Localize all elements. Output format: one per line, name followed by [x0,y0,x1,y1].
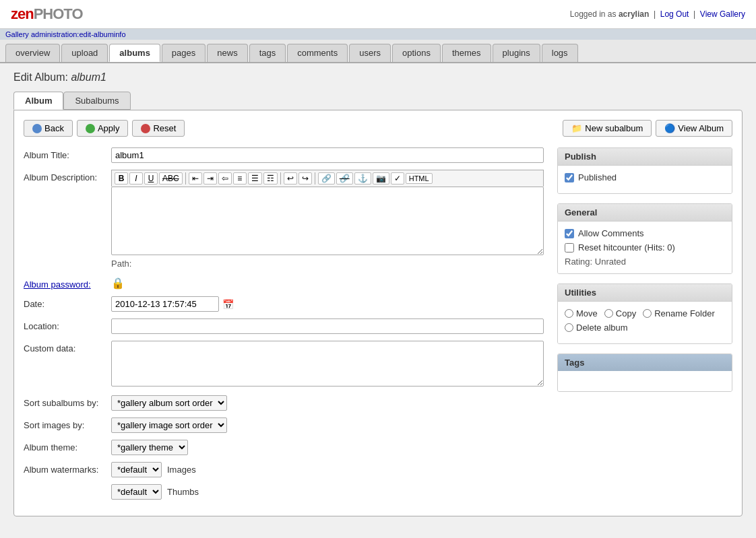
rename-radio[interactable] [643,309,652,318]
watermarks-images-select[interactable]: *default [111,462,162,477]
reset-icon [141,124,150,133]
delete-radio[interactable] [565,323,573,332]
publish-panel: Publish Published [557,147,732,194]
utilities-header: Utilities [558,284,732,302]
album-desc-textarea[interactable] [111,187,544,255]
breadcrumb-link[interactable]: Gallery administration:edit-albuminfo [5,30,126,38]
back-button[interactable]: Back [24,120,73,137]
rte-unlink[interactable]: 🔗 [336,172,353,184]
rte-spellcheck[interactable]: ✓ [391,172,404,184]
sub-tab-subalbums[interactable]: Subalbums [63,92,130,110]
form-right: Publish Published General Allow [557,147,732,506]
watermarks-thumbs-row: *default Thumbs [24,484,544,500]
album-title-control [111,147,544,163]
view-gallery-link[interactable]: View Gallery [700,9,745,19]
rte-underline[interactable]: U [144,172,158,184]
sort-subalbums-select[interactable]: *gallery album sort order [111,395,227,411]
rte-image[interactable]: 📷 [373,172,389,184]
watermarks-thumbs-select[interactable]: *default [111,484,162,500]
tab-users[interactable]: users [349,44,391,62]
calendar-icon[interactable]: 📅 [222,299,234,310]
rte-bold[interactable]: B [115,172,128,184]
album-title-input[interactable] [111,147,544,163]
tab-upload[interactable]: upload [61,44,108,62]
logo: zenPHOTO [11,5,83,23]
reset-hitcounter-row: Reset hitcounter (Hits: 0) [565,242,725,253]
rte-list-ul[interactable]: ☰ [248,172,262,184]
date-row: Date: 📅 [24,296,544,312]
allow-comments-checkbox[interactable] [565,229,574,238]
date-input[interactable] [111,296,219,312]
rte-link[interactable]: 🔗 [318,172,335,184]
location-input[interactable] [111,318,544,334]
rte-italic[interactable]: I [129,172,143,184]
general-header: General [558,204,732,222]
tab-themes[interactable]: themes [442,44,491,62]
form-left: Album Title: Album Description: B I U [24,147,544,506]
rte-strikethrough[interactable]: ABC [159,172,183,184]
album-desc-label: Album Description: [24,170,111,182]
tab-comments[interactable]: comments [287,44,348,62]
album-theme-select[interactable]: *gallery theme [111,440,188,455]
tab-albums[interactable]: albums [109,44,160,62]
rte-toolbar: B I U ABC ⇤ ⇥ ⇦ ≡ ☰ ☶ ↩ [111,170,544,187]
album-title-row: Album Title: [24,147,544,163]
rte-list-ol[interactable]: ☶ [263,172,278,184]
sort-images-label: Sort images by: [24,417,111,430]
location-row: Location: [24,318,544,334]
move-radio[interactable] [565,309,573,318]
user-info: Logged in as acrylian | Log Out | View G… [570,9,745,19]
toolbar-right: 📁 New subalbum 🔵 View Album [563,120,732,137]
tab-tags[interactable]: tags [249,44,286,62]
tab-plugins[interactable]: plugins [493,44,540,62]
rte-undo[interactable]: ↩ [284,172,297,184]
delete-radio-item: Delete album [565,323,628,333]
published-row: Published [565,172,725,182]
tab-logs[interactable]: logs [542,44,578,62]
tab-pages[interactable]: pages [162,44,206,62]
general-body: Allow Comments Reset hitcounter (Hits: 0… [558,222,732,273]
sub-tab-album[interactable]: Album [13,92,63,110]
sort-images-control: *gallery image sort order [111,417,544,433]
copy-radio[interactable] [604,309,613,318]
apply-icon [86,124,95,133]
album-password-label[interactable]: Album password: [24,277,111,290]
rte-align-center[interactable]: ⇥ [203,172,217,184]
reset-hitcounter-checkbox[interactable] [565,243,574,253]
form-layout: Album Title: Album Description: B I U [24,147,732,506]
tab-options[interactable]: options [392,44,441,62]
tab-overview[interactable]: overview [5,44,60,62]
rte-align-right[interactable]: ⇦ [218,172,232,184]
apply-button[interactable]: Apply [77,120,129,137]
toolbar: Back Apply Reset 📁 New subalbum 🔵 [24,120,732,137]
rte-html[interactable]: HTML [406,173,433,184]
rte-align-justify[interactable]: ≡ [233,172,247,184]
utilities-row-1: Move Copy Rename Folder [565,308,725,318]
folder-icon: 📁 [571,123,582,133]
album-watermarks-row: Album watermarks: *default Images [24,462,544,477]
rte-redo[interactable]: ↪ [298,172,312,184]
sort-subalbums-control: *gallery album sort order [111,395,544,411]
view-album-label: View Album [678,123,724,133]
allow-comments-row: Allow Comments [565,228,725,238]
reset-button[interactable]: Reset [132,120,185,137]
view-album-button[interactable]: 🔵 View Album [656,120,732,137]
rte-align-left[interactable]: ⇤ [189,172,202,184]
rating-row: Rating: Unrated [565,257,725,267]
tab-news[interactable]: news [207,44,247,62]
published-checkbox[interactable] [565,173,574,182]
sort-subalbums-label: Sort subalbums by: [24,395,111,408]
main-content: Edit Album: album1 Album Subalbums Back … [0,63,756,525]
title-prefix: Edit Album: [13,71,68,83]
new-subalbum-button[interactable]: 📁 New subalbum [563,120,652,137]
sort-images-select[interactable]: *gallery image sort order [111,417,227,433]
rte-anchor[interactable]: ⚓ [354,172,371,184]
custom-data-row: Custom data: [24,341,544,389]
rte-divider-2 [280,172,281,184]
location-label: Location: [24,318,111,331]
watermarks-thumbs-label: Thumbs [167,487,199,497]
rename-label: Rename Folder [654,308,715,318]
custom-data-textarea[interactable] [111,341,544,386]
view-icon: 🔵 [664,123,675,133]
logout-link[interactable]: Log Out [660,9,689,19]
